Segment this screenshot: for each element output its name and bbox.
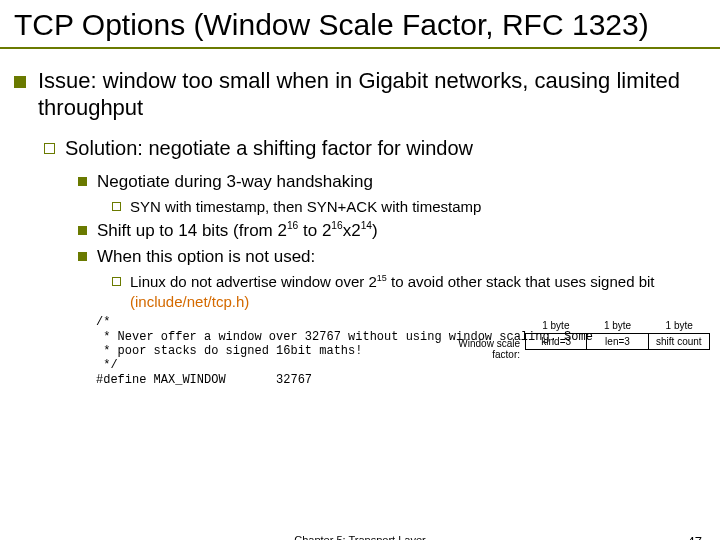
title-bar: TCP Options (Window Scale Factor, RFC 13…	[0, 0, 720, 49]
linux-text: Linux do not advertise window over 215 t…	[130, 272, 706, 311]
page-number: 47	[688, 534, 702, 540]
shift-text: Shift up to 14 bits (from 216 to 216x214…	[97, 220, 378, 242]
diagram-cell: shift count	[649, 334, 709, 349]
byte-label: 1 byte	[648, 320, 710, 333]
byte-label: 1 byte	[587, 320, 649, 333]
bullet-shift: Shift up to 14 bits (from 216 to 216x214…	[78, 220, 706, 242]
slide-title: TCP Options (Window Scale Factor, RFC 13…	[14, 8, 706, 43]
bullet-icon	[78, 252, 87, 261]
bullet-icon	[78, 177, 87, 186]
t: Shift up to 14 bits (from 2	[97, 221, 287, 240]
t: 16	[331, 220, 342, 231]
byte-label: 1 byte	[525, 320, 587, 333]
bullet-syn: SYN with timestamp, then SYN+ACK with ti…	[112, 197, 706, 217]
wscale-diagram: Window scale factor: 1 byte 1 byte 1 byt…	[525, 320, 710, 350]
issue-text: Issue: window too small when in Gigabit …	[38, 67, 706, 122]
t: to 2	[298, 221, 331, 240]
bullet-negotiate: Negotiate during 3-way handshaking	[78, 171, 706, 193]
t: 15	[377, 273, 387, 283]
t: Linux do not advertise window over 2	[130, 273, 377, 290]
footer-chapter: Chapter 5: Transport Layer	[294, 534, 425, 540]
syn-text: SYN with timestamp, then SYN+ACK with ti…	[130, 197, 481, 217]
t: x2	[343, 221, 361, 240]
bullet-linux: Linux do not advertise window over 215 t…	[112, 272, 706, 311]
bullet-notused: When this option is not used:	[78, 246, 706, 268]
file-ref: (include/net/tcp.h)	[130, 293, 249, 310]
bullet-icon	[112, 277, 121, 286]
diagram-cell: len=3	[587, 334, 648, 349]
t: )	[372, 221, 378, 240]
bullet-icon	[44, 143, 55, 154]
bullet-issue: Issue: window too small when in Gigabit …	[14, 67, 706, 122]
t: 14	[361, 220, 372, 231]
negotiate-text: Negotiate during 3-way handshaking	[97, 171, 373, 193]
notused-text: When this option is not used:	[97, 246, 315, 268]
t: 16	[287, 220, 298, 231]
diagram-side-label: Window scale factor:	[450, 338, 520, 360]
t: to avoid other stack that uses signed bi…	[387, 273, 655, 290]
solution-text: Solution: negotiate a shifting factor fo…	[65, 136, 473, 161]
bullet-solution: Solution: negotiate a shifting factor fo…	[44, 136, 706, 161]
diagram-top-labels: 1 byte 1 byte 1 byte	[525, 320, 710, 333]
diagram-boxes: kind=3 len=3 shift count	[525, 333, 710, 350]
bullet-icon	[112, 202, 121, 211]
bullet-icon	[14, 76, 26, 88]
diagram-cell: kind=3	[526, 334, 587, 349]
bullet-icon	[78, 226, 87, 235]
